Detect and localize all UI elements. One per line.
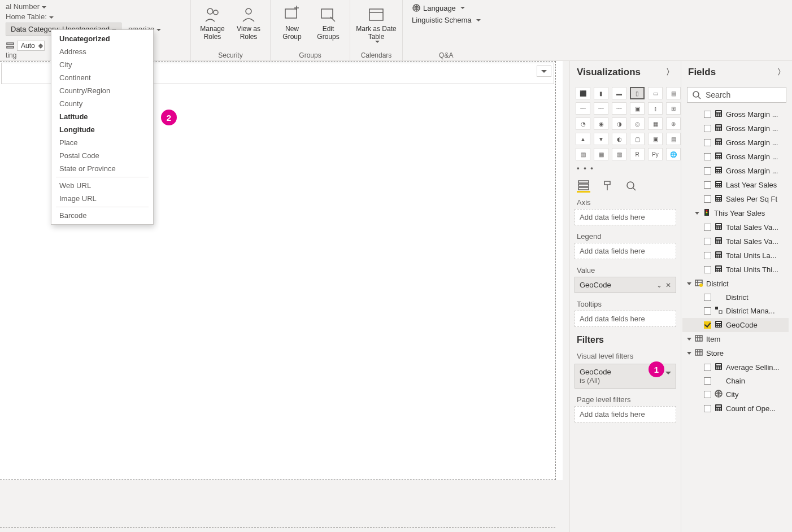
expand-icon[interactable]	[687, 282, 691, 285]
viz-type-button[interactable]: ⬛	[576, 87, 590, 99]
value-remove-icon[interactable]: ✕	[665, 281, 671, 289]
field-node[interactable]: City	[682, 387, 789, 402]
field-node[interactable]: Total Sales Va...	[682, 234, 789, 248]
category-option[interactable]: Latitude	[51, 110, 153, 123]
viz-type-button[interactable]: ⊕	[666, 117, 681, 130]
value-chevron-icon[interactable]: ⌄	[656, 281, 662, 289]
viz-type-button[interactable]: ◎	[630, 117, 645, 130]
new-group-button[interactable]: New Group	[276, 2, 308, 41]
page-filters-well[interactable]: Add data fields here	[575, 406, 676, 422]
field-node[interactable]: Total Units La...	[682, 248, 789, 263]
field-node[interactable]: Gross Margin ...	[682, 107, 789, 121]
field-checkbox[interactable]	[704, 238, 711, 245]
decimal-places-spinner[interactable]: Auto	[17, 41, 45, 51]
field-checkbox[interactable]	[704, 405, 711, 412]
field-node[interactable]: Count of Ope...	[682, 402, 789, 416]
viz-type-button[interactable]: ▣	[630, 102, 645, 115]
language-dropdown[interactable]: Language	[408, 2, 468, 14]
category-option[interactable]: Web URL	[51, 179, 153, 192]
field-checkbox[interactable]	[704, 321, 711, 329]
viz-type-button[interactable]: 〰	[612, 102, 626, 115]
category-option[interactable]: Address	[51, 45, 153, 58]
field-checkbox[interactable]	[704, 195, 711, 203]
home-table-dropdown[interactable]: Home Table:	[6, 12, 54, 21]
field-checkbox[interactable]	[704, 125, 711, 132]
category-option[interactable]: Country/Region	[51, 84, 153, 97]
format-tab[interactable]	[600, 179, 614, 193]
collapse-viz-pane[interactable]: 〉	[666, 67, 674, 77]
viz-type-button[interactable]: ▥	[576, 148, 590, 160]
field-node[interactable]: District	[682, 291, 789, 304]
field-checkbox[interactable]	[704, 111, 711, 118]
viz-type-button[interactable]: ◐	[612, 133, 626, 145]
category-option[interactable]: Longitude	[51, 123, 153, 136]
category-option[interactable]: Image URL	[51, 192, 153, 205]
field-checkbox[interactable]	[704, 307, 711, 315]
expand-icon[interactable]	[687, 352, 691, 355]
field-checkbox[interactable]	[704, 294, 711, 301]
category-option[interactable]: County	[51, 97, 153, 110]
viz-type-button[interactable]: ▼	[594, 133, 608, 145]
viz-type-button[interactable]: ▬	[612, 87, 626, 99]
category-option[interactable]: State or Province	[51, 162, 153, 175]
viz-type-button[interactable]: ▯	[630, 87, 645, 99]
field-node[interactable]: Total Units Thi...	[682, 263, 789, 277]
field-node[interactable]: Chain	[682, 374, 789, 387]
view-as-roles-button[interactable]: View as Roles	[233, 2, 264, 41]
viz-type-button[interactable]: 〰	[594, 102, 608, 115]
viz-type-button[interactable]: ▢	[630, 133, 645, 145]
analytics-tab[interactable]	[624, 179, 638, 193]
viz-type-button[interactable]: ▲	[576, 133, 590, 145]
field-node[interactable]: Gross Margin ...	[682, 121, 789, 136]
field-checkbox[interactable]	[704, 364, 711, 371]
viz-type-button[interactable]: ⊞	[666, 102, 681, 115]
viz-type-button[interactable]: ◉	[594, 117, 608, 130]
field-node[interactable]: Average Sellin...	[682, 360, 789, 374]
viz-type-button[interactable]: ⫿	[648, 102, 663, 115]
field-node[interactable]: Last Year Sales	[682, 178, 789, 192]
field-node[interactable]: Total Sales Va...	[682, 220, 789, 234]
viz-type-button[interactable]: ▣	[648, 133, 663, 145]
viz-type-button[interactable]: R	[630, 148, 645, 160]
viz-type-button[interactable]: ▮	[594, 87, 608, 99]
value-well[interactable]: GeoCode ⌄✕	[575, 277, 676, 293]
category-option[interactable]: Place	[51, 136, 153, 149]
field-checkbox[interactable]	[704, 153, 711, 160]
category-option[interactable]: Barcode	[51, 209, 153, 222]
field-node[interactable]: Gross Margin ...	[682, 136, 789, 150]
field-checkbox[interactable]	[704, 266, 711, 273]
edit-groups-button[interactable]: Edit Groups	[312, 2, 344, 41]
field-checkbox[interactable]	[704, 391, 711, 398]
filter-expand-icon[interactable]	[665, 368, 671, 376]
field-checkbox[interactable]	[704, 139, 711, 146]
visual-options-chevron[interactable]	[537, 66, 551, 77]
field-checkbox[interactable]	[704, 252, 711, 259]
viz-type-button[interactable]: ▭	[648, 87, 663, 99]
collapse-fields-pane[interactable]: 〉	[777, 67, 785, 77]
group-node[interactable]: This Year Sales	[682, 206, 789, 220]
viz-type-button[interactable]: 〰	[576, 102, 590, 115]
field-node[interactable]: District Mana...	[682, 304, 789, 318]
table-node[interactable]: District	[682, 277, 789, 291]
category-option[interactable]: Uncategorized	[51, 32, 153, 45]
viz-type-button[interactable]: ▧	[612, 148, 626, 160]
field-checkbox[interactable]	[704, 181, 711, 189]
al-number-dropdown[interactable]: al Number	[6, 2, 46, 11]
viz-type-button[interactable]: ▤	[666, 87, 681, 99]
axis-well[interactable]: Add data fields here	[575, 209, 676, 225]
category-option[interactable]: Continent	[51, 71, 153, 84]
viz-type-button[interactable]: 🌐	[666, 148, 681, 160]
field-checkbox[interactable]	[704, 377, 711, 385]
manage-roles-button[interactable]: Manage Roles	[197, 2, 228, 41]
mark-date-table-button[interactable]: Mark as Date Table	[356, 2, 397, 43]
table-node[interactable]: Item	[682, 332, 789, 346]
field-checkbox[interactable]	[704, 167, 711, 175]
expand-icon[interactable]	[695, 212, 699, 215]
table-node[interactable]: Store	[682, 346, 789, 360]
fields-search[interactable]: Search	[687, 87, 786, 103]
field-node[interactable]: Gross Margin ...	[682, 164, 789, 178]
field-node[interactable]: GeoCode	[682, 318, 789, 332]
fields-tab[interactable]	[577, 179, 590, 193]
field-checkbox[interactable]	[704, 224, 711, 231]
expand-icon[interactable]	[687, 338, 691, 341]
